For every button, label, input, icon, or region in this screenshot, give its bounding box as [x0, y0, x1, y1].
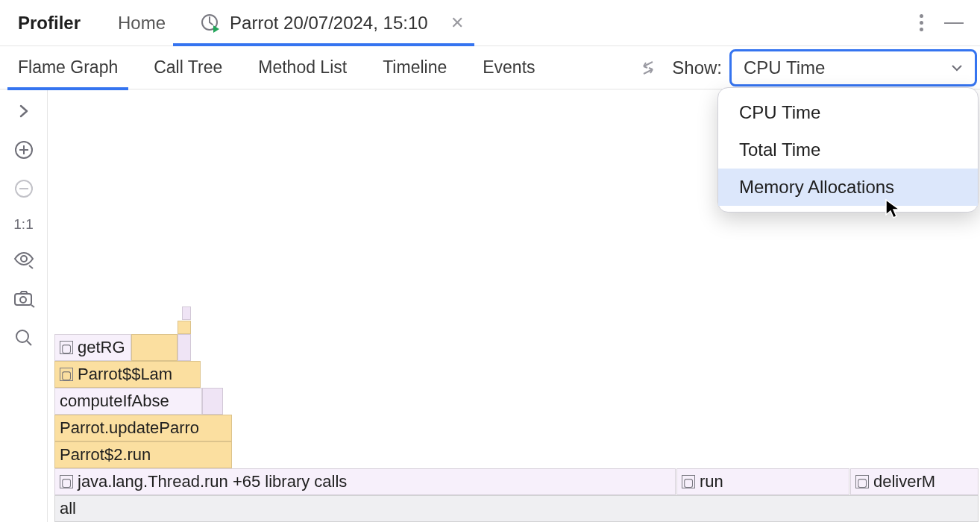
flame-frame[interactable] [202, 388, 223, 415]
flame-frame[interactable] [182, 306, 191, 320]
tab-method-list[interactable]: Method List [258, 46, 347, 89]
expand-square-icon[interactable]: ▢ [60, 368, 73, 381]
minimize-icon[interactable] [944, 22, 964, 24]
flame-frame-all[interactable]: all [54, 495, 979, 522]
session-tab[interactable]: Parrot 20/07/2024, 15:10 ✕ [200, 0, 464, 46]
session-label: Parrot 20/07/2024, 15:10 [230, 13, 428, 34]
flame-frame[interactable] [178, 334, 191, 361]
flame-frame-lambda[interactable]: ▢ Parrot$$Lam [54, 361, 201, 388]
more-options-icon[interactable] [920, 14, 923, 31]
flame-frame[interactable] [131, 334, 178, 361]
flame-frame-compute[interactable]: computeIfAbse [54, 388, 202, 415]
swap-icon[interactable] [638, 57, 659, 78]
dropdown-option-memory-allocations[interactable]: Memory Allocations [718, 169, 978, 206]
show-selected-value: CPU Time [744, 57, 825, 78]
zoom-in-icon[interactable] [13, 139, 35, 161]
flame-frame-update[interactable]: Parrot.updateParro [54, 415, 232, 441]
focus-icon[interactable] [13, 249, 35, 271]
expand-square-icon[interactable]: ▢ [60, 475, 73, 488]
flame-frame-thread-run[interactable]: ▢ java.lang.Thread.run +65 library calls [54, 468, 676, 495]
tab-flame-graph[interactable]: Flame Graph [18, 46, 118, 89]
expand-square-icon[interactable]: ▢ [855, 475, 869, 488]
search-icon[interactable] [13, 327, 35, 349]
tab-events[interactable]: Events [483, 46, 535, 89]
flame-frame-deliver[interactable]: ▢ deliverM [850, 468, 979, 495]
zoom-out-icon[interactable] [13, 177, 35, 200]
show-dropdown-menu: CPU Time Total Time Memory Allocations [717, 87, 979, 213]
chevron-down-icon [951, 62, 963, 74]
flame-sidebar: 1:1 [0, 89, 48, 522]
flame-frame-parrot2run[interactable]: Parrot$2.run [54, 441, 232, 468]
svg-point-5 [20, 297, 26, 303]
tab-call-tree[interactable]: Call Tree [154, 46, 222, 89]
flame-frame[interactable] [178, 321, 191, 334]
zoom-reset-button[interactable]: 1:1 [13, 216, 33, 233]
expand-square-icon[interactable]: ▢ [682, 475, 695, 488]
expand-icon[interactable] [13, 100, 35, 122]
svg-point-6 [16, 330, 28, 342]
tab-timeline[interactable]: Timeline [383, 46, 447, 89]
home-tab[interactable]: Home [118, 13, 166, 34]
close-icon[interactable]: ✕ [450, 13, 464, 33]
title-bar: Profiler Home Parrot 20/07/2024, 15:10 ✕ [0, 0, 980, 46]
flame-frame-run[interactable]: ▢ run [676, 468, 849, 495]
show-dropdown[interactable]: CPU Time [729, 49, 977, 87]
camera-icon[interactable] [13, 288, 35, 310]
run-profile-icon [200, 13, 221, 34]
view-tab-bar: Flame Graph Call Tree Method List Timeli… [0, 46, 980, 89]
dropdown-option-total-time[interactable]: Total Time [718, 131, 978, 169]
flame-frame-getrg[interactable]: ▢ getRG [54, 334, 131, 361]
svg-point-3 [21, 256, 27, 262]
show-label: Show: [672, 57, 722, 78]
tool-window-title: Profiler [18, 13, 81, 34]
expand-square-icon[interactable]: ▢ [60, 341, 73, 354]
dropdown-option-cpu-time[interactable]: CPU Time [718, 94, 978, 131]
